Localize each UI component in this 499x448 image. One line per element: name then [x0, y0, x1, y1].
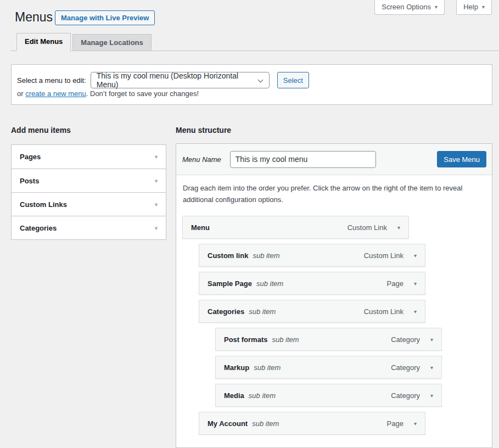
- add-menu-items-heading: Add menu items: [11, 126, 71, 135]
- accordion-panel-categories[interactable]: Categories ▾: [12, 216, 166, 239]
- menu-select-dropdown[interactable]: This is my cool menu (Desktop Horizontal…: [91, 72, 270, 88]
- menu-item-sub-label: sub item: [249, 307, 276, 316]
- menu-item-my-account[interactable]: My Account sub item Page ▾: [199, 412, 425, 435]
- menu-item-title: Custom link: [208, 251, 248, 260]
- menu-item-sub-label: sub item: [256, 279, 283, 288]
- chevron-down-icon: ▾: [155, 225, 158, 231]
- menu-item-custom-link[interactable]: Custom link sub item Custom Link ▾: [199, 244, 425, 267]
- drag-instructions: Drag each item into the order you prefer…: [176, 175, 473, 214]
- expand-item-icon[interactable]: ▾: [430, 365, 433, 371]
- expand-item-icon[interactable]: ▾: [397, 225, 400, 231]
- menu-item-title: Markup: [224, 363, 249, 372]
- menu-item-type: Category: [391, 363, 420, 372]
- menu-item-type: Category: [391, 335, 420, 344]
- menu-item-sub-label: sub item: [272, 335, 299, 344]
- menu-item-type: Custom Link: [364, 251, 403, 260]
- accordion-label: Posts: [20, 177, 39, 185]
- expand-item-icon[interactable]: ▾: [414, 253, 417, 259]
- chevron-down-icon: ▾: [435, 4, 438, 10]
- create-menu-hint: or create a new menu. Don’t forget to sa…: [17, 89, 199, 98]
- screen-options-button[interactable]: Screen Options ▾: [374, 0, 445, 15]
- menu-item-type: Category: [391, 391, 420, 400]
- accordion-label: Pages: [20, 153, 41, 161]
- menu-item-sub-label: sub item: [254, 363, 281, 372]
- menu-name-label: Menu Name: [182, 155, 221, 164]
- page-title: Menus: [15, 9, 53, 25]
- expand-item-icon[interactable]: ▾: [414, 281, 417, 287]
- menu-item-menu[interactable]: Menu Custom Link ▾: [182, 216, 409, 239]
- chevron-down-icon: ▾: [482, 4, 485, 10]
- expand-item-icon[interactable]: ▾: [414, 309, 417, 315]
- save-menu-button[interactable]: Save Menu: [437, 151, 486, 167]
- create-new-menu-link[interactable]: create a new menu: [25, 89, 86, 98]
- select-menu-button[interactable]: Select: [277, 72, 309, 88]
- menu-item-type: Custom Link: [364, 307, 403, 316]
- screen-options-label: Screen Options: [382, 3, 431, 11]
- accordion-panel-pages[interactable]: Pages ▾: [12, 145, 166, 169]
- menu-select-value: This is my cool menu (Desktop Horizontal…: [97, 71, 253, 89]
- menu-item-type: Page: [387, 419, 403, 428]
- menu-item-title: Post formats: [224, 335, 267, 344]
- save-changes-reminder: . Don’t forget to save your changes!: [86, 89, 199, 98]
- help-label: Help: [463, 3, 478, 11]
- chevron-down-icon: [257, 77, 263, 83]
- expand-item-icon[interactable]: ▾: [414, 421, 417, 427]
- menu-item-post-formats[interactable]: Post formats sub item Category ▾: [215, 328, 442, 351]
- tab-manage-locations[interactable]: Manage Locations: [72, 34, 151, 51]
- accordion-label: Custom Links: [20, 200, 67, 209]
- menu-name-header: Menu Name Save Menu: [176, 144, 492, 175]
- expand-item-icon[interactable]: ▾: [430, 393, 433, 399]
- menu-item-title: My Account: [208, 419, 248, 428]
- menu-structure-heading: Menu structure: [176, 126, 231, 135]
- tab-edit-menus[interactable]: Edit Menus: [16, 33, 71, 51]
- or-text: or: [17, 89, 24, 98]
- menu-select-panel: Select a menu to edit: This is my cool m…: [11, 64, 492, 105]
- menu-item-markup[interactable]: Markup sub item Category ▾: [215, 356, 442, 379]
- chevron-down-icon: ▾: [155, 201, 158, 208]
- menu-item-title: Sample Page: [208, 279, 252, 288]
- menus-admin-page: Menus Manage with Live Preview Screen Op…: [0, 0, 499, 448]
- tab-bar: Edit Menus Manage Locations: [11, 33, 499, 51]
- add-menu-items-accordion: Pages ▾ Posts ▾ Custom Links ▾ Categorie…: [11, 144, 166, 240]
- menu-item-media[interactable]: Media sub item Category ▾: [215, 384, 442, 407]
- menu-item-sample-page[interactable]: Sample Page sub item Page ▾: [199, 272, 425, 295]
- menu-name-input[interactable]: [230, 151, 376, 168]
- menu-item-sub-label: sub item: [249, 391, 276, 400]
- accordion-panel-custom-links[interactable]: Custom Links ▾: [12, 192, 166, 216]
- manage-live-preview-button[interactable]: Manage with Live Preview: [55, 10, 155, 25]
- menu-item-sub-label: sub item: [253, 251, 279, 260]
- chevron-down-icon: ▾: [155, 178, 158, 184]
- expand-item-icon[interactable]: ▾: [430, 337, 433, 343]
- help-button[interactable]: Help ▾: [456, 0, 492, 15]
- menu-item-title: Media: [224, 391, 244, 400]
- accordion-label: Categories: [20, 224, 57, 232]
- menu-item-categories[interactable]: Categories sub item Custom Link ▾: [199, 300, 425, 323]
- menu-item-sub-label: sub item: [252, 419, 279, 428]
- menu-item-title: Categories: [208, 307, 244, 316]
- menu-select-label: Select a menu to edit:: [17, 76, 86, 85]
- menu-item-type: Custom Link: [347, 223, 387, 232]
- accordion-panel-posts[interactable]: Posts ▾: [12, 169, 166, 192]
- chevron-down-icon: ▾: [155, 154, 158, 160]
- menu-item-type: Page: [387, 279, 403, 288]
- menu-item-title: Menu: [191, 223, 210, 232]
